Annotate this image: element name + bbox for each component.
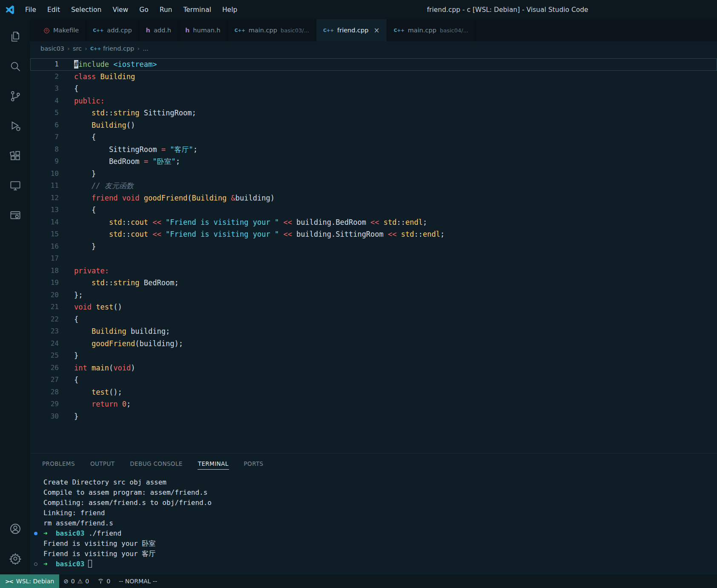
warning-count: 0	[85, 578, 89, 585]
tab-friend-cpp[interactable]: C++friend.cpp×	[316, 19, 387, 41]
code-text[interactable]: {	[59, 204, 717, 216]
code-line: 22{	[30, 313, 717, 326]
activity-remote-window[interactable]	[0, 201, 30, 231]
code-text[interactable]: public:	[59, 95, 717, 107]
chevron-right-icon: ›	[85, 45, 87, 52]
code-line: 12 friend void goodFriend(Building &buil…	[30, 192, 717, 204]
code-text[interactable]: {	[59, 313, 717, 326]
activity-search[interactable]	[0, 52, 30, 82]
menu-selection[interactable]: Selection	[66, 6, 107, 14]
panel-tab-ports[interactable]: PORTS	[244, 457, 264, 470]
code-text[interactable]: #include <iostream>	[59, 58, 717, 71]
panel-tab-debug-console[interactable]: DEBUG CONSOLE	[129, 457, 183, 470]
menu-run[interactable]: Run	[154, 6, 178, 14]
code-line: 24 goodFriend(building);	[30, 338, 717, 350]
panel-tab-problems[interactable]: PROBLEMS	[42, 457, 75, 470]
line-number: 30	[30, 410, 59, 423]
code-text[interactable]: test();	[59, 386, 717, 399]
activity-extensions[interactable]	[0, 142, 30, 172]
code-line: 14 std::cout << "Friend is visiting your…	[30, 216, 717, 229]
panel-tab-output[interactable]: OUTPUT	[90, 457, 115, 470]
code-text[interactable]: SittingRoom = "客厅";	[59, 143, 717, 156]
code-text[interactable]: Building()	[59, 119, 717, 132]
activity-settings[interactable]	[0, 545, 30, 574]
terminal-line: rm assem/friend.s	[30, 518, 717, 528]
tab-main-cpp[interactable]: C++main.cppbasic03/...	[228, 19, 316, 41]
error-count: 0	[71, 578, 75, 585]
code-text[interactable]: void test()	[59, 301, 717, 313]
code-text[interactable]: BedRoom = "卧室";	[59, 155, 717, 168]
menu-help[interactable]: Help	[217, 6, 243, 14]
account-icon	[9, 522, 22, 537]
menu-edit[interactable]: Edit	[42, 6, 66, 14]
line-number: 4	[30, 95, 59, 107]
code-text[interactable]: class Building	[59, 71, 717, 83]
code-text[interactable]: std::string BedRoom;	[59, 277, 717, 289]
close-icon[interactable]: ×	[373, 26, 379, 34]
activity-account[interactable]	[0, 515, 30, 545]
code-text[interactable]: Building building;	[59, 325, 717, 338]
breadcrumb-item--[interactable]: ...	[143, 45, 149, 52]
code-text[interactable]: return 0;	[59, 398, 717, 410]
ports-status[interactable]: 0	[93, 578, 115, 585]
code-line: 3{	[30, 83, 717, 95]
code-line: 17	[30, 252, 717, 265]
terminal[interactable]: Create Directory src obj assemCompile to…	[30, 473, 717, 574]
breadcrumb-item-src[interactable]: src	[73, 45, 82, 52]
tab-add-h[interactable]: hadd.h	[139, 19, 178, 41]
code-text[interactable]: };	[59, 289, 717, 301]
code-text[interactable]: }	[59, 350, 717, 362]
tab-add-cpp[interactable]: C++add.cpp	[86, 19, 139, 41]
activity-run-debug[interactable]	[0, 112, 30, 142]
vim-mode-indicator[interactable]: -- NORMAL --	[115, 578, 161, 585]
header-file-icon: h	[146, 27, 150, 34]
line-number: 12	[30, 192, 59, 204]
code-text[interactable]: goodFriend(building);	[59, 338, 717, 350]
cpp-file-icon: C++	[323, 28, 334, 33]
code-text[interactable]: // 友元函数	[59, 180, 717, 192]
menu-file[interactable]: File	[20, 6, 42, 14]
terminal-command-decoration	[34, 532, 37, 535]
tab-makefile[interactable]: Makefile	[37, 19, 86, 41]
remote-indicator[interactable]: >< WSL: Debian	[0, 574, 59, 588]
code-text[interactable]: friend void goodFriend(Building &buildin…	[59, 192, 717, 204]
code-text[interactable]: {	[59, 83, 717, 95]
code-line: 8 SittingRoom = "客厅";	[30, 143, 717, 156]
activity-source-control[interactable]	[0, 82, 30, 112]
tab-main-cpp[interactable]: C++main.cppbasic04/...	[387, 19, 476, 41]
terminal-cursor	[88, 560, 92, 568]
tab-label: main.cpp	[249, 27, 277, 34]
code-text[interactable]: {	[59, 131, 717, 143]
activity-remote-explorer[interactable]	[0, 172, 30, 201]
breadcrumb-label: ...	[143, 45, 149, 52]
menu-go[interactable]: Go	[134, 6, 154, 14]
code-text[interactable]: }	[59, 410, 717, 423]
code-text[interactable]: std::cout << "Friend is visiting your " …	[59, 216, 717, 229]
code-line: 27{	[30, 374, 717, 386]
header-file-icon: h	[185, 27, 189, 34]
problems-status[interactable]: ⊘ 0 ⚠ 0	[59, 578, 93, 585]
cpp-file-icon: C++	[235, 28, 245, 33]
code-text[interactable]: }	[59, 241, 717, 253]
code-text[interactable]: std::cout << "Friend is visiting your " …	[59, 228, 717, 241]
breadcrumb-item-basic03[interactable]: basic03	[40, 45, 64, 52]
code-line: 26int main(void)	[30, 362, 717, 374]
panel-tab-terminal[interactable]: TERMINAL	[198, 457, 229, 470]
terminal-line: Friend is visiting your 卧室	[30, 539, 717, 549]
code-text[interactable]: std::string SittingRoom;	[59, 107, 717, 119]
menu-view[interactable]: View	[107, 6, 134, 14]
line-number: 3	[30, 83, 59, 95]
code-text[interactable]	[59, 252, 717, 265]
breadcrumb-item-friend-cpp[interactable]: C++friend.cpp	[90, 45, 134, 52]
tab-human-h[interactable]: hhuman.h	[178, 19, 228, 41]
code-text[interactable]: private:	[59, 265, 717, 277]
code-text[interactable]: }	[59, 168, 717, 180]
terminal-line: Compile to assem program: assem/friend.s	[30, 488, 717, 498]
code-text[interactable]: {	[59, 374, 717, 386]
line-number: 18	[30, 265, 59, 277]
code-text[interactable]: int main(void)	[59, 362, 717, 374]
code-editor[interactable]: 1#include <iostream>2class Building3{4pu…	[30, 56, 717, 453]
activity-explorer[interactable]	[0, 23, 30, 52]
menu-terminal[interactable]: Terminal	[178, 6, 217, 14]
line-number: 16	[30, 241, 59, 253]
